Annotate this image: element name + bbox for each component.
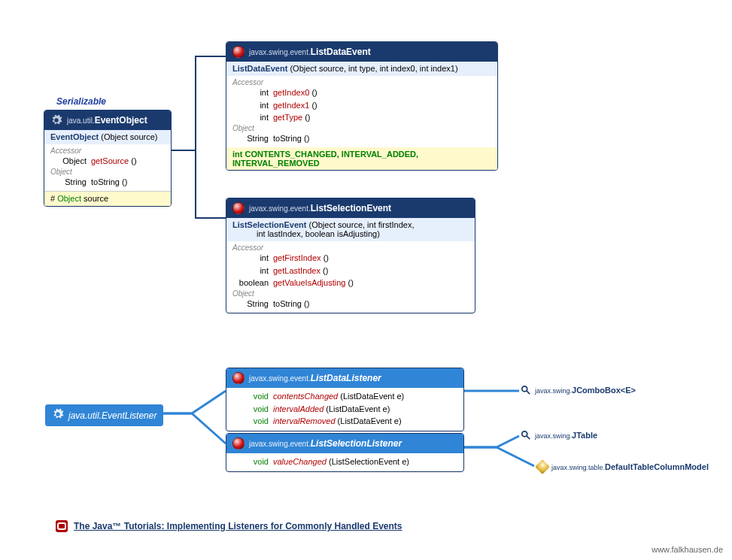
class-title: javax.swing.event.ListSelectionListener [249,438,402,449]
ctor-params: (Object source) [101,132,157,141]
members: Accessor Object getSource () Object Stri… [44,144,171,191]
class-name: JTable [572,431,597,440]
lolly-icon [535,459,550,474]
method-row: voidcontentsChanged (ListDataEvent e) [232,390,457,403]
method-row: voidintervalAdded (ListDataEvent e) [232,403,457,416]
return-type: void [232,456,273,468]
interface-header: java.util.EventListener [46,405,162,425]
members: voidcontentsChanged (ListDataEvent e) vo… [226,388,463,431]
return-type: void [232,415,273,428]
accessor-label: Accessor [50,147,165,155]
ball-icon [232,202,245,214]
pkg-label: javax.swing. [535,432,572,440]
method-name: toString [273,299,302,308]
pkg-label: javax.swing.event. [249,440,311,448]
svg-point-0 [522,386,527,392]
method-name: intervalRemoved [273,416,336,425]
interface-event-listener[interactable]: java.util.EventListener [45,404,163,426]
class-name: JComboBox<E> [572,386,636,395]
ctor-params: (Object source, int firstIndex, [308,220,414,229]
return-type: int [232,111,273,124]
method-paren: () [348,278,353,287]
constants-row: int CONTENTS_CHANGED, INTERVAL_ADDED, IN… [226,147,497,170]
ball-icon [232,46,245,58]
class-title: javax.swing.event.ListDataEvent [249,47,371,57]
accessor-label: Accessor [232,78,491,86]
ctor-params: int lastIndex, boolean isAdjusting) [257,229,380,238]
pkg-label: javax.swing. [535,387,572,395]
members: voidvalueChanged (ListSelectionEvent e) [226,453,463,471]
return-type: int [232,265,273,277]
class-event-object[interactable]: java.util.EventObject EventObject (Objec… [44,110,172,207]
method-name: toString [91,177,120,186]
method-row: intgetType () [232,111,491,124]
object-label: Object [232,124,491,132]
interface-header: javax.swing.event.ListSelectionListener [226,434,463,453]
svg-line-3 [527,436,530,439]
method-row: StringtoString () [232,132,491,145]
return-type: String [232,132,273,145]
class-name: ListDataEvent [311,47,371,57]
ref-jtable[interactable]: javax.swing.JTable [521,430,597,440]
method-row: Object getSource () [50,155,165,168]
method-paren: () [304,134,309,143]
method-paren: () [304,299,309,308]
return-type: Object [50,155,91,168]
field-type: Object [57,194,81,203]
footer-url: www.falkhausen.de [652,545,723,554]
method-name: getSource [91,156,129,165]
method-name: getValueIsAdjusting [273,278,345,287]
class-list-data-event[interactable]: javax.swing.event.ListDataEvent ListData… [226,41,498,171]
class-name: ListDataListener [311,373,381,383]
object-label: Object [50,168,165,176]
class-title: java.util.EventListener [68,410,156,421]
return-type: int [232,86,273,99]
ref-default-table-column-model[interactable]: javax.swing.table.DefaultTableColumnMode… [537,462,709,472]
serializable-label: Serializable [56,96,106,107]
interface-list-data-listener[interactable]: javax.swing.event.ListDataListener voidc… [226,368,464,431]
method-row: intgetIndex1 () [232,99,491,112]
method-name: valueChanged [273,457,327,466]
class-name: DefaultTableColumnModel [605,462,709,471]
pkg-label: javax.swing.event. [249,374,311,383]
class-header: java.util.EventObject [44,110,171,130]
return-type: String [232,298,273,310]
method-paren: () [122,177,127,186]
members: Accessor intgetFirstIndex () intgetLastI… [226,241,475,313]
svg-line-1 [527,391,530,394]
magnifier-icon [521,430,531,440]
method-row: String toString () [50,176,165,189]
method-name: getType [273,113,302,122]
method-param: (ListDataEvent e) [338,416,402,425]
method-name: getFirstIndex [273,253,321,262]
return-type: void [232,403,273,416]
method-row: voidvalueChanged (ListSelectionEvent e) [232,456,457,468]
magnifier-icon [521,385,531,395]
accessor-label: Accessor [232,244,469,252]
interface-list-selection-listener[interactable]: javax.swing.event.ListSelectionListener … [226,433,464,472]
return-type: int [232,252,273,265]
tutorial-link-row: The Java™ Tutorials: Implementing Listen… [56,520,402,532]
field-prot: # [50,194,55,203]
ctor-name: ListSelectionEvent [232,220,306,229]
method-name: getIndex1 [273,101,309,110]
object-label: Object [232,289,469,298]
return-type: boolean [232,277,273,289]
method-row: intgetLastIndex () [232,265,469,277]
pkg-label: java.util. [67,117,95,125]
method-row: intgetIndex0 () [232,86,491,99]
field-name: source [84,194,108,203]
interface-header: javax.swing.event.ListDataListener [226,368,463,388]
gear-icon [50,114,62,126]
method-paren: () [323,253,329,262]
gear-icon [52,408,64,422]
class-list-selection-event[interactable]: javax.swing.event.ListSelectionEvent Lis… [226,198,475,313]
return-type: void [232,390,273,403]
constructor-row: ListDataEvent (Object source, int type, … [226,62,497,76]
field-row: # Object source [44,191,171,206]
class-header: javax.swing.event.ListSelectionEvent [226,198,475,218]
ref-combo-box[interactable]: javax.swing.JComboBox<E> [521,385,636,395]
tutorial-link[interactable]: The Java™ Tutorials: Implementing Listen… [74,521,402,531]
method-param: (ListDataEvent e) [340,392,404,401]
method-param: (ListSelectionEvent e) [329,457,409,466]
